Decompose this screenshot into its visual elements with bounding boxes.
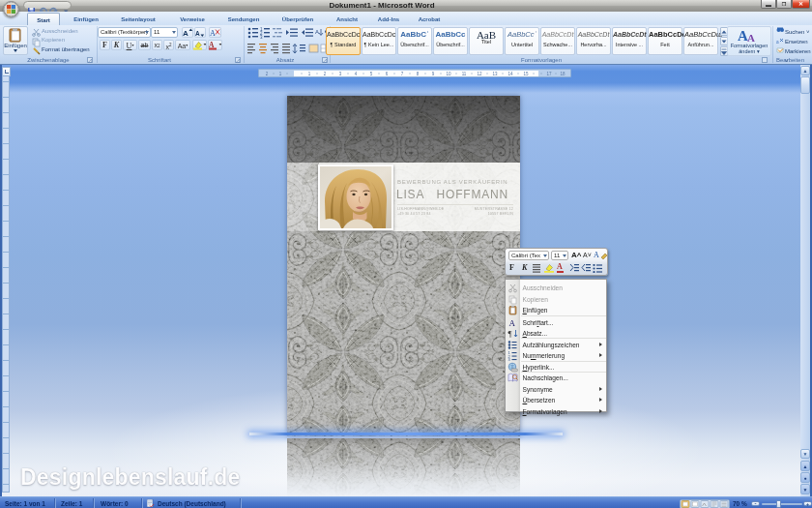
svg-text:7: 7 — [401, 72, 404, 76]
svg-text:2: 2 — [324, 72, 327, 76]
svg-text:3: 3 — [508, 357, 511, 361]
svg-text:11: 11 — [462, 72, 467, 76]
svg-text:14: 14 — [508, 72, 513, 76]
svg-text:13: 13 — [492, 72, 498, 76]
svg-text:9: 9 — [432, 72, 435, 76]
svg-text:2: 2 — [266, 72, 269, 76]
svg-text:6: 6 — [386, 72, 389, 76]
svg-text:A: A — [315, 29, 319, 35]
svg-text:A: A — [509, 318, 516, 328]
svg-text:A: A — [210, 29, 216, 37]
svg-text:15: 15 — [523, 72, 529, 76]
svg-text:12: 12 — [477, 72, 482, 76]
svg-text:10: 10 — [446, 72, 451, 76]
svg-text:1: 1 — [279, 72, 282, 76]
svg-text:A: A — [195, 30, 200, 37]
svg-text:a: a — [776, 39, 779, 45]
svg-text:8: 8 — [417, 72, 420, 76]
svg-text:A: A — [747, 32, 755, 43]
svg-text:5: 5 — [370, 72, 373, 76]
svg-text:3: 3 — [339, 72, 342, 76]
svg-text:3: 3 — [260, 35, 263, 40]
svg-text:18: 18 — [560, 72, 566, 76]
svg-text:1: 1 — [308, 72, 311, 76]
svg-text:17: 17 — [546, 72, 552, 76]
svg-text:4: 4 — [355, 72, 358, 76]
svg-text:A: A — [183, 29, 188, 37]
svg-text:¶: ¶ — [508, 329, 512, 339]
